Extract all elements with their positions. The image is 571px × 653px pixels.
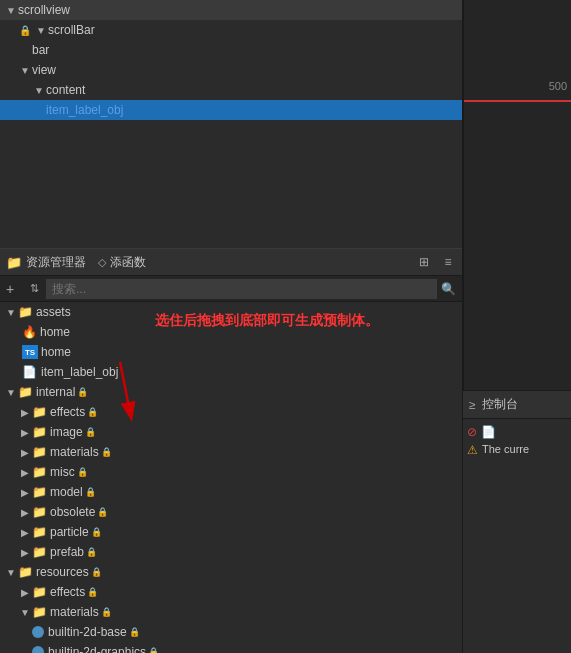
assets-tree[interactable]: ▼ 📁 assets 🔥 home TS home 📄 item_label_o… (0, 302, 462, 653)
folder-icon-prefab: 📁 (32, 545, 47, 559)
asset-label-item-label-obj: item_label_obj (41, 365, 118, 379)
asset-row-home-fire[interactable]: 🔥 home (0, 322, 462, 342)
asset-label-obsolete: obsolete (50, 505, 95, 519)
ruler-value-500: 500 (549, 80, 567, 92)
search-input[interactable] (46, 279, 437, 299)
item-label: bar (32, 43, 49, 57)
console-panel: ≥ 控制台 ⊘ 📄 ⚠ The curre (463, 390, 571, 653)
arrow-right-icon: ▶ (18, 507, 32, 518)
asset-row-obsolete[interactable]: ▶ 📁 obsolete 🔒 (0, 502, 462, 522)
folder-icon-model: 📁 (32, 485, 47, 499)
assets-tab-functions[interactable]: ◇ 添函数 (98, 254, 146, 271)
search-icon: 🔍 (441, 282, 456, 296)
folder-icon-resources: 📁 (18, 565, 33, 579)
folder-icon-obsolete: 📁 (32, 505, 47, 519)
asset-row-internal[interactable]: ▼ 📁 internal 🔒 (0, 382, 462, 402)
asset-row-prefab[interactable]: ▶ 📁 prefab 🔒 (0, 542, 462, 562)
console-content: ⊘ 📄 ⚠ The curre (463, 419, 571, 463)
asset-row-resources-materials[interactable]: ▼ 📁 materials 🔒 (0, 602, 462, 622)
sort-icon[interactable]: ⇅ (26, 281, 42, 297)
tree-item-scrollbar[interactable]: 🔒 scrollBar (0, 20, 462, 40)
asset-row-effects[interactable]: ▶ 📁 effects 🔒 (0, 402, 462, 422)
arrow-right-icon: ▶ (18, 487, 32, 498)
tree-item-content[interactable]: content (0, 80, 462, 100)
ruler-area: 500 (463, 0, 571, 390)
asset-label-home-ts: home (41, 345, 71, 359)
arrow-right-icon: ▶ (18, 527, 32, 538)
arrow-right-icon: ▶ (18, 467, 32, 478)
arrow-icon (32, 85, 46, 96)
asset-label-resources: resources (36, 565, 89, 579)
folder-icon-image: 📁 (32, 425, 47, 439)
header-right: ⊞ ≡ (416, 254, 456, 270)
lock-icon-2d-base: 🔒 (129, 627, 140, 637)
asset-row-particle[interactable]: ▶ 📁 particle 🔒 (0, 522, 462, 542)
assets-header: 📁 资源管理器 ◇ 添函数 ⊞ ≡ (0, 248, 462, 276)
asset-row-resources[interactable]: ▼ 📁 resources 🔒 (0, 562, 462, 582)
asset-row-builtin-2d-graphics[interactable]: builtin-2d-graphics 🔒 (0, 642, 462, 653)
asset-label-prefab: prefab (50, 545, 84, 559)
folder-icon-misc: 📁 (32, 465, 47, 479)
lock-icon-res-mat: 🔒 (101, 607, 112, 617)
functions-tab-label: 添函数 (110, 254, 146, 271)
asset-label-particle: particle (50, 525, 89, 539)
folder-tab-icon: 📁 (6, 255, 22, 270)
ts-icon: TS (22, 345, 38, 359)
asset-row-home-ts[interactable]: TS home (0, 342, 462, 362)
tree-item-scrollview[interactable]: scrollview (0, 0, 462, 20)
item-label-selected: item_label_obj (46, 103, 123, 117)
ruler-red-line (464, 100, 571, 102)
arrow-icon (4, 5, 18, 16)
asset-label-image: image (50, 425, 83, 439)
arrow-down-icon-res-mat: ▼ (18, 607, 32, 618)
arrow-right-icon: ▶ (18, 407, 32, 418)
error-circle-icon: ⊘ (467, 425, 477, 439)
folder-icon-res-effects: 📁 (32, 585, 47, 599)
lock-icon-prefab: 🔒 (86, 547, 97, 557)
tree-item-bar[interactable]: bar (0, 40, 462, 60)
asset-row-assets[interactable]: ▼ 📁 assets (0, 302, 462, 322)
asset-row-misc[interactable]: ▶ 📁 misc 🔒 (0, 462, 462, 482)
menu-icon[interactable]: ≡ (440, 254, 456, 270)
asset-row-materials-internal[interactable]: ▶ 📁 materials 🔒 (0, 442, 462, 462)
item-file-icon: 📄 (22, 365, 38, 379)
arrow-right-icon: ▶ (18, 587, 32, 598)
asset-row-builtin-2d-base[interactable]: builtin-2d-base 🔒 (0, 622, 462, 642)
warn-triangle-icon: ⚠ (467, 443, 478, 457)
arrow-down-icon: ▼ (4, 307, 18, 318)
asset-row-resources-effects[interactable]: ▶ 📁 effects 🔒 (0, 582, 462, 602)
asset-label-model: model (50, 485, 83, 499)
lock-icon-obsolete: 🔒 (97, 507, 108, 517)
asset-label-res-materials: materials (50, 605, 99, 619)
tree-item-item-label-obj[interactable]: item_label_obj (0, 100, 462, 120)
lock-icon-model: 🔒 (85, 487, 96, 497)
asset-label-effects: effects (50, 405, 85, 419)
asset-row-item-label-obj[interactable]: 📄 item_label_obj (0, 362, 462, 382)
tree-item-view[interactable]: view (0, 60, 462, 80)
arrow-icon (18, 65, 32, 76)
assets-tab-manager[interactable]: 📁 资源管理器 (6, 254, 86, 271)
fire-icon: 🔥 (22, 325, 37, 339)
circle-icon-2d-graphics (32, 646, 44, 653)
arrow-down-icon-resources: ▼ (4, 567, 18, 578)
console-header: ≥ 控制台 (463, 391, 571, 419)
lock-icon-particle: 🔒 (91, 527, 102, 537)
asset-label-internal: internal (36, 385, 75, 399)
item-label: scrollBar (48, 23, 95, 37)
layout-icon[interactable]: ⊞ (416, 254, 432, 270)
asset-label-assets: assets (36, 305, 71, 319)
left-panel: scrollview 🔒 scrollBar bar view content … (0, 0, 463, 653)
asset-label-home-fire: home (40, 325, 70, 339)
arrow-right-icon: ▶ (18, 547, 32, 558)
lock-icon-image: 🔒 (85, 427, 96, 437)
lock-icon-res-effects: 🔒 (87, 587, 98, 597)
add-button[interactable]: + (6, 281, 22, 297)
arrow-down-icon-internal: ▼ (4, 387, 18, 398)
asset-row-image[interactable]: ▶ 📁 image 🔒 (0, 422, 462, 442)
asset-row-model[interactable]: ▶ 📁 model 🔒 (0, 482, 462, 502)
asset-label-builtin-2d-base: builtin-2d-base (48, 625, 127, 639)
folder-icon-effects: 📁 (32, 405, 47, 419)
lock-icon-misc: 🔒 (77, 467, 88, 477)
assets-tab-label: 资源管理器 (26, 254, 86, 271)
lock-icon-effects: 🔒 (87, 407, 98, 417)
